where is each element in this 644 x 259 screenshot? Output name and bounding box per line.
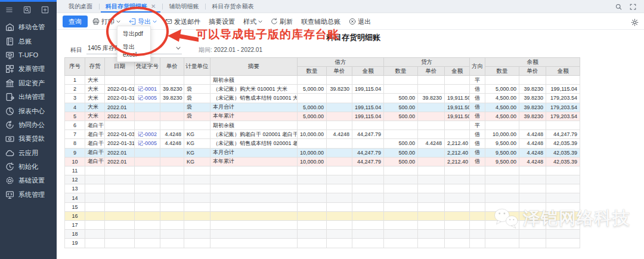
table-cell: 4.4248 bbox=[327, 130, 352, 139]
table-cell bbox=[105, 184, 135, 193]
table-cell: 39.8230 bbox=[519, 103, 546, 112]
table-cell bbox=[327, 76, 352, 85]
table-cell bbox=[184, 193, 210, 202]
table-cell bbox=[160, 202, 184, 211]
table-cell bbox=[470, 184, 485, 193]
table-row[interactable]: 17 bbox=[65, 221, 580, 230]
table-cell: 12 bbox=[65, 175, 85, 184]
table-cell: 4,500.00 bbox=[485, 103, 519, 112]
table-cell: 借 bbox=[470, 139, 485, 148]
toolbar-export-button[interactable]: 导出 bbox=[129, 17, 157, 26]
table-cell bbox=[298, 76, 327, 85]
sidebar-item-cloud-apps[interactable]: 云应用 bbox=[0, 146, 57, 160]
sidebar-item-cashier-mgmt[interactable]: 出纳管理 bbox=[0, 90, 57, 104]
export-menu-item[interactable]: 导出pdf bbox=[117, 27, 150, 41]
table-cell bbox=[546, 193, 580, 202]
toolbar-style-button[interactable]: 样式 bbox=[243, 17, 262, 26]
sidebar-item-mobile-warehouse[interactable]: 移动仓管 bbox=[0, 20, 57, 34]
col-group-header: 贷方 bbox=[384, 58, 470, 67]
toolbar-linked-aux-ledger-button[interactable]: 联查辅助总账 bbox=[301, 17, 340, 26]
period-label: 期间: bbox=[199, 47, 212, 53]
table-row[interactable]: 12 bbox=[65, 175, 580, 184]
table-cell: 44,247.79 bbox=[352, 157, 384, 166]
sidebar-item-basic-settings[interactable]: 基础设置 bbox=[0, 174, 57, 187]
query-button[interactable]: 查询 bbox=[63, 16, 88, 27]
table-row[interactable]: 11 bbox=[65, 166, 580, 175]
table-cell bbox=[445, 239, 470, 248]
sidebar-item-label: 发票管理 bbox=[18, 64, 45, 73]
table-row[interactable]: 19 bbox=[65, 239, 580, 248]
table-cell bbox=[384, 202, 418, 211]
tab-2[interactable]: 辅助明细账 bbox=[162, 0, 205, 13]
table-cell bbox=[418, 121, 445, 130]
sidebar-item-label: 出纳管理 bbox=[18, 92, 45, 101]
table-row[interactable]: 5大米2022.01袋本年累计5,000.00199,115.04500.001… bbox=[65, 112, 580, 121]
sidebar-item-system-mgmt[interactable]: 系统管理 bbox=[0, 188, 57, 202]
table-cell: 本月合计 bbox=[210, 148, 298, 157]
tab-0[interactable]: 我的桌面 bbox=[62, 0, 99, 13]
new-window-icon[interactable] bbox=[41, 6, 49, 14]
sidebar-item-initialization[interactable]: 初始化 bbox=[0, 160, 57, 174]
export-icon bbox=[129, 18, 136, 25]
table-cell: 5,000.00 bbox=[298, 85, 327, 94]
table-row[interactable]: 1大米期初余额平 bbox=[65, 76, 580, 85]
search-icon[interactable] bbox=[615, 4, 622, 10]
table-cell bbox=[135, 103, 160, 112]
table-row[interactable]: 3大米2022-01-31记-000539.8230袋（未记账）销售成本结转 0… bbox=[65, 94, 580, 103]
table-row[interactable]: 4大米2022.01袋本月合计5,000.00199,115.04500.001… bbox=[65, 103, 580, 112]
table-cell: 2022.01 bbox=[105, 148, 135, 157]
table-cell bbox=[418, 211, 445, 220]
table-row[interactable]: 16 bbox=[65, 211, 580, 220]
toolbar-exit-button[interactable]: 退出 bbox=[349, 17, 371, 26]
table-cell: 42,035.39 bbox=[546, 148, 580, 157]
table-cell: 老白干 bbox=[85, 130, 105, 139]
table-row[interactable]: 6老白干期初余额平 bbox=[65, 121, 580, 130]
table-cell bbox=[135, 166, 160, 175]
fullscreen-icon[interactable] bbox=[630, 4, 636, 10]
doc-search-icon[interactable] bbox=[23, 6, 31, 14]
table-cell bbox=[105, 76, 135, 85]
sidebar-menu: 移动仓管总账T-UFO发票管理固定资产出纳管理报表中心协同办公我要贷款云应用初始… bbox=[0, 20, 57, 202]
tab-close-icon[interactable]: ✕ bbox=[151, 3, 156, 10]
toolbar-refresh-button[interactable]: 刷新 bbox=[271, 17, 293, 26]
table-cell bbox=[135, 239, 160, 248]
sidebar-item-collab-office[interactable]: 协同办公 bbox=[0, 118, 57, 132]
toolbar-item-label: 摘要设置 bbox=[209, 17, 235, 26]
sidebar-item-fixed-assets[interactable]: 固定资产 bbox=[0, 76, 57, 90]
hamburger-icon[interactable] bbox=[5, 6, 13, 14]
table-row[interactable]: 14 bbox=[65, 193, 580, 202]
table-row[interactable]: 13 bbox=[65, 184, 580, 193]
sidebar-item-general-ledger[interactable]: 总账 bbox=[0, 34, 57, 48]
table-row[interactable]: 8老白干2022-01-31记-00054.4248KG（未记账）销售成本结转 … bbox=[65, 139, 580, 148]
table-row[interactable]: 9老白干2022.01KG本月合计10,000.0044,247.79500.0… bbox=[65, 148, 580, 157]
tab-3[interactable]: 科目存货余额表 bbox=[205, 0, 260, 13]
table-row[interactable]: 7老白干2022-01-03记-00024.4248KG（未记账）购老白干 02… bbox=[65, 130, 580, 139]
table-cell bbox=[85, 230, 105, 239]
sub-col-header: 金额 bbox=[546, 67, 580, 76]
table-cell bbox=[418, 166, 445, 175]
toolbar-item-label: 打印 bbox=[101, 17, 114, 26]
sidebar-item-report-center[interactable]: 报表中心 bbox=[0, 104, 57, 118]
sidebar-item-invoice-mgmt[interactable]: 发票管理 bbox=[0, 62, 57, 76]
gear-icon[interactable] bbox=[631, 18, 639, 29]
table-row[interactable]: 2大米2022-01-01记-000139.8230袋（未记账）购大米 0100… bbox=[65, 85, 580, 94]
sidebar-item-loan[interactable]: 我要贷款 bbox=[0, 132, 57, 146]
table-cell bbox=[327, 221, 352, 230]
tab-1[interactable]: 科目存货明细账✕ bbox=[99, 0, 162, 13]
toolbar-send-mail-button[interactable]: 发送邮件 bbox=[165, 17, 200, 26]
table-row[interactable]: 18 bbox=[65, 230, 580, 239]
table-cell: 本年累计 bbox=[210, 157, 298, 166]
toolbar-print-button[interactable]: 打印 bbox=[92, 17, 120, 26]
table-row[interactable]: 15 bbox=[65, 202, 580, 211]
sidebar-item-t-ufo[interactable]: T-UFO bbox=[0, 48, 57, 62]
table-cell: 16 bbox=[65, 211, 85, 220]
toolbar-summary-settings-button[interactable]: 摘要设置 bbox=[209, 17, 235, 26]
toolbar-item-label: 联查辅助总账 bbox=[301, 17, 340, 26]
col-header: 序号 bbox=[65, 58, 85, 76]
table-cell bbox=[298, 139, 327, 148]
table-row[interactable]: 10老白干2022.01KG本年累计10,000.0044,247.79500.… bbox=[65, 157, 580, 166]
sidebar-item-label: 系统管理 bbox=[18, 190, 45, 199]
table-cell: 19,911.50 bbox=[445, 103, 470, 112]
table-cell bbox=[85, 211, 105, 220]
export-menu-item[interactable]: 导出excel bbox=[117, 41, 150, 60]
